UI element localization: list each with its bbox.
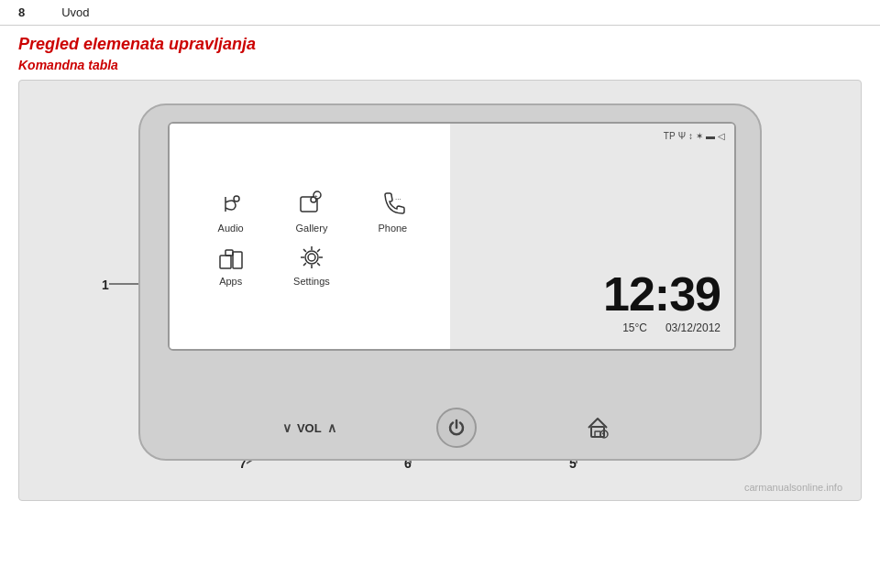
svg-rect-14 [226,250,233,256]
svg-point-16 [308,254,315,261]
page-header: 8 Uvod [0,0,880,26]
status-volume: ◁ [718,131,725,141]
vol-up-icon[interactable]: ∧ [327,420,336,435]
vol-down-icon[interactable]: ∨ [282,420,292,435]
audio-icon-cell[interactable]: Audio [192,190,269,234]
status-bar: TP Ψ ↕ ✶ ▬ ◁ [664,131,725,141]
status-bluetooth: ✶ [696,131,703,141]
home-icon [584,414,611,441]
diagram-area: 1 2 3 4 5 6 7 [18,80,862,501]
audio-icon [216,190,246,223]
phone-label: Phone [378,223,407,234]
clock-date-row: 15°C 03/12/2012 [622,321,720,334]
settings-icon-cell[interactable]: Settings [273,243,349,287]
vol-label: VOL [297,421,322,435]
svg-rect-13 [220,256,231,268]
bottom-controls: ∨ VOL ∧ [140,408,760,448]
chapter-title: Uvod [61,5,89,19]
home-button[interactable] [578,408,618,448]
gallery-icon-cell[interactable]: + Gallery [273,190,349,234]
clock-time: 12:39 [603,270,720,318]
sub-heading: Komandna tabla [0,56,880,80]
device-screen: Audio + Gallery [168,122,736,351]
main-heading: Pregled elemenata upravljanja [0,26,880,56]
screen-clock-panel: TP Ψ ↕ ✶ ▬ ◁ 12:39 15°C 03/12/2012 [450,124,734,351]
svg-text:+: + [314,193,318,199]
svg-rect-15 [233,252,242,268]
gallery-label: Gallery [296,223,328,234]
device-body: Audio + Gallery [138,103,762,461]
status-tp: TP [664,131,676,141]
section-title: Pregled elemenata upravljanja [18,35,862,54]
svg-point-7 [234,196,239,201]
audio-label: Audio [218,223,244,234]
gallery-icon: + [297,190,326,223]
phone-icon: ··· [378,190,407,223]
apps-label: Apps [219,276,242,287]
power-icon [446,418,467,438]
page-number: 8 [18,5,25,19]
power-button[interactable] [436,408,477,448]
svg-text:···: ··· [395,195,402,203]
settings-label: Settings [293,276,330,287]
phone-icon-cell[interactable]: ··· Phone [355,190,431,234]
screen-icons-panel: Audio + Gallery [170,124,454,351]
vol-control[interactable]: ∨ VOL ∧ [282,420,336,435]
callout-1: 1 [102,278,109,292]
apps-icon-cell[interactable]: Apps [192,243,269,287]
watermark: carmanualsonline.info [744,482,842,493]
svg-rect-8 [301,197,317,212]
apps-icon [216,243,246,276]
clock-temperature: 15°C [622,321,647,334]
status-data: ↕ [688,131,693,141]
app-icon-grid: Audio + Gallery [179,180,445,296]
subsection-title: Komandna tabla [18,58,862,72]
clock-date: 03/12/2012 [666,321,720,334]
settings-icon [297,243,326,276]
status-battery: ▬ [706,131,715,141]
svg-point-17 [305,251,318,264]
status-signal: Ψ [678,131,686,141]
